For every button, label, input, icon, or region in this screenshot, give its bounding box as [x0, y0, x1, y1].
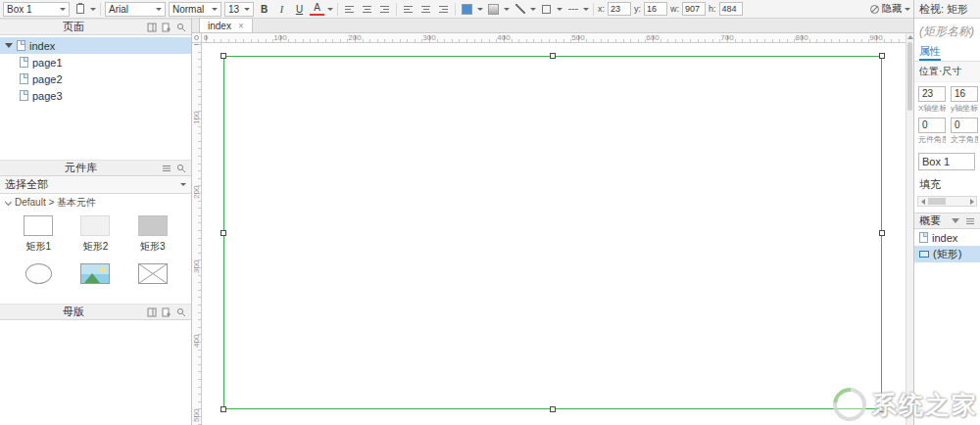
panel-horizontal-scrollbar[interactable] [917, 196, 977, 207]
widget-placeholder[interactable] [138, 263, 168, 284]
hide-toggle[interactable]: 隐藏 [870, 2, 910, 16]
menu-icon[interactable] [964, 215, 975, 226]
x-input[interactable]: 23 [608, 2, 631, 16]
collapse-icon [5, 198, 12, 205]
design-canvas[interactable] [202, 43, 906, 425]
valign-middle-button[interactable] [418, 2, 433, 17]
widget-rect1[interactable]: 矩形1 [24, 215, 53, 254]
page-item-page3[interactable]: page3 [0, 87, 191, 104]
outline-item-index[interactable]: index [914, 229, 980, 246]
align-center-button[interactable] [360, 2, 374, 17]
chevron-down-icon[interactable] [327, 8, 333, 11]
shape-name-select[interactable]: Box 1 [3, 2, 70, 17]
hruler-label: 700 [720, 33, 733, 42]
add-page-icon[interactable] [161, 22, 172, 32]
selection-handle-w[interactable] [220, 230, 226, 236]
text-rotation-input[interactable]: 0 [951, 118, 978, 133]
chevron-down-icon[interactable] [504, 8, 510, 11]
selection-handle-nw[interactable] [220, 53, 226, 59]
expander-icon[interactable] [5, 43, 13, 48]
h-label: h: [709, 4, 716, 14]
page-item-page1[interactable]: page1 [0, 54, 191, 71]
add-master-icon[interactable] [161, 307, 172, 317]
canvas-workspace: 0 100 200 300 400 500 600 700 800 900 10… [192, 33, 913, 425]
italic-button[interactable]: I [274, 2, 289, 17]
y-coordinate-input[interactable]: 16 [951, 86, 978, 102]
selection-handle-n[interactable] [550, 53, 556, 59]
selection-handle-sw[interactable] [220, 406, 226, 412]
tab-index[interactable]: index × [199, 18, 253, 32]
pages-panel-title: 页面 [5, 20, 142, 34]
gradient-button[interactable] [486, 2, 501, 17]
search-icon[interactable] [175, 307, 186, 317]
hruler-label: 100 [273, 33, 286, 42]
underline-button[interactable]: U [292, 2, 307, 17]
font-color-button[interactable]: A [310, 3, 324, 16]
inspector-tabs: 属性 [914, 44, 980, 62]
font-size-select[interactable]: 13 [224, 2, 254, 17]
selection-handle-s[interactable] [550, 406, 556, 412]
chevron-down-icon[interactable] [557, 8, 563, 11]
chevron-down-icon[interactable] [90, 8, 96, 11]
search-icon[interactable] [175, 22, 186, 32]
valign-top-button[interactable] [401, 2, 416, 17]
vertical-scrollbar[interactable] [906, 33, 913, 425]
selection-handle-se[interactable] [879, 406, 885, 412]
library-filter-select[interactable]: 选择全部 [0, 176, 191, 194]
pencil-icon [515, 4, 525, 14]
close-icon[interactable]: × [238, 21, 244, 31]
shape-name-input[interactable]: (矩形名称) [914, 19, 980, 44]
dock-panel-icon[interactable] [146, 307, 157, 317]
tab-properties[interactable]: 属性 [919, 44, 941, 61]
bold-button[interactable]: B [257, 2, 271, 17]
format-painter-button[interactable] [73, 2, 87, 17]
library-panel-title: 元件库 [5, 161, 157, 175]
page-icon [20, 73, 28, 84]
page-label: index [29, 40, 55, 52]
font-family-select[interactable]: Arial [105, 2, 166, 17]
filter-icon[interactable] [950, 215, 960, 226]
dock-panel-icon[interactable] [146, 22, 157, 32]
chevron-down-icon[interactable] [583, 8, 589, 11]
font-style-select[interactable]: Normal [169, 2, 221, 17]
widget-rect2[interactable]: 矩形2 [80, 215, 110, 254]
widget-text-input[interactable]: Box 1 [918, 153, 975, 170]
page-label: page1 [32, 57, 63, 69]
scrollbar-thumb[interactable] [928, 198, 946, 205]
chevron-down-icon[interactable] [530, 8, 536, 11]
y-input[interactable]: 16 [644, 2, 667, 16]
menu-icon[interactable] [161, 163, 172, 173]
x-label: x: [598, 4, 605, 14]
toolbar-separator [593, 3, 594, 16]
page-item-index[interactable]: index [0, 37, 191, 54]
line-color-button[interactable] [513, 2, 527, 17]
outline-item-rectangle[interactable]: (矩形) [914, 246, 980, 262]
library-section-header[interactable]: Default > 基本元件 [0, 194, 191, 212]
w-input[interactable]: 907 [682, 2, 706, 16]
selected-rectangle-widget[interactable] [223, 56, 882, 409]
border-style-button[interactable] [565, 2, 580, 17]
search-icon[interactable] [175, 163, 186, 173]
align-right-button[interactable] [377, 2, 392, 17]
scroll-left-icon[interactable] [918, 197, 927, 206]
selection-handle-ne[interactable] [879, 53, 885, 59]
fill-color-button[interactable] [460, 2, 474, 17]
outline-item-label: index [932, 232, 957, 244]
scroll-right-icon[interactable] [967, 197, 976, 206]
line-spacing-button[interactable] [436, 2, 451, 17]
scrollbar-track[interactable] [927, 197, 967, 206]
widget-image[interactable] [80, 263, 110, 284]
widget-ellipse[interactable] [25, 263, 52, 284]
hruler-label: 400 [497, 33, 510, 42]
selection-handle-e[interactable] [879, 230, 885, 236]
widget-rotation-input[interactable]: 0 [918, 118, 946, 133]
align-left-button[interactable] [342, 2, 357, 17]
x-coordinate-input[interactable]: 23 [918, 86, 946, 102]
border-width-button[interactable] [539, 2, 554, 17]
ruler-origin-icon[interactable] [192, 33, 202, 43]
page-item-page2[interactable]: page2 [0, 71, 191, 87]
chevron-down-icon[interactable] [477, 8, 483, 11]
widget-rect3[interactable]: 矩形3 [138, 215, 168, 254]
h-input[interactable]: 484 [719, 2, 743, 16]
scrollbar-thumb[interactable] [907, 42, 912, 111]
